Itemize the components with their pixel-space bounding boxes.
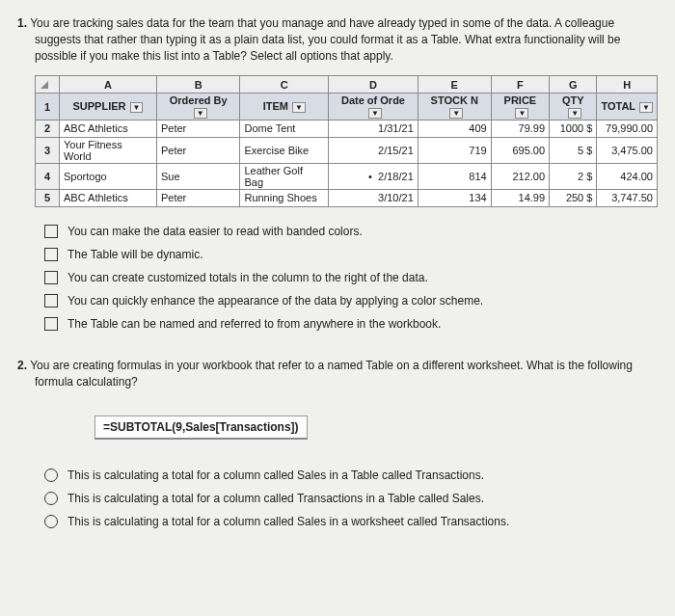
header-supplier[interactable]: SUPPLIER▼ [60, 94, 157, 121]
table-row: 3 Your Fitness World Peter Exercise Bike… [36, 137, 658, 163]
filter-icon[interactable]: ▼ [292, 102, 306, 113]
cell-by[interactable]: Peter [156, 137, 239, 163]
header-item[interactable]: ITEM▼ [240, 94, 329, 121]
filter-icon[interactable]: ▼ [568, 108, 581, 119]
table-row: 4 Sportogo Sue Leather Golf Bag • 2/18/2… [36, 163, 658, 189]
table-row: 2 ABC Athletics Peter Dome Tent 1/31/21 … [36, 120, 658, 137]
cell-supplier[interactable]: ABC Athletics [60, 189, 157, 206]
cell-qty[interactable]: 5 $ [550, 137, 597, 163]
question-1-body: You are tracking sales data for the team… [30, 16, 620, 63]
header-date[interactable]: Date of Orde▼ [329, 94, 418, 121]
checkbox-icon[interactable] [44, 294, 58, 308]
filter-icon[interactable]: ▼ [368, 108, 382, 119]
cell-price[interactable]: 212.00 [491, 163, 549, 189]
header-stock[interactable]: STOCK N▼ [418, 94, 491, 121]
col-H[interactable]: H [597, 76, 658, 94]
col-B[interactable]: B [156, 76, 239, 94]
option-label: The Table can be named and referred to f… [68, 317, 441, 331]
cell-date[interactable]: 3/10/21 [329, 189, 418, 206]
cell-total[interactable]: 424.00 [597, 163, 658, 189]
cell-supplier[interactable]: ABC Athletics [60, 120, 157, 137]
cell-qty[interactable]: 1000 $ [550, 120, 597, 137]
column-letter-row: A B C D E F G H [36, 76, 658, 94]
cell-supplier[interactable]: Sportogo [60, 163, 157, 189]
question-1: 1. You are tracking sales data for the t… [17, 15, 658, 331]
row-head[interactable]: 2 [36, 120, 60, 137]
question-2-text: 2. You are creating formulas in your wor… [17, 358, 658, 390]
option-label: You can make the data easier to read wit… [68, 225, 363, 238]
cell-date[interactable]: • 2/18/21 [329, 163, 418, 189]
col-E[interactable]: E [418, 76, 491, 94]
filter-icon[interactable]: ▼ [194, 108, 207, 119]
cell-price[interactable]: 695.00 [491, 137, 549, 163]
cell-item[interactable]: Exercise Bike [240, 137, 329, 163]
col-F[interactable]: F [491, 76, 549, 94]
question-1-text: 1. You are tracking sales data for the t… [17, 15, 658, 64]
cell-price[interactable]: 79.99 [491, 120, 549, 137]
filter-icon[interactable]: ▼ [515, 108, 528, 119]
option-label: This is calculating a total for a column… [68, 515, 509, 528]
cell-stock[interactable]: 134 [418, 189, 491, 206]
cell-stock[interactable]: 409 [418, 120, 491, 137]
checkbox-icon[interactable] [44, 225, 58, 238]
spreadsheet-table: A B C D E F G H 1 SUPPLIER▼ Ordered By▼ … [35, 75, 658, 207]
cell-stock[interactable]: 814 [418, 163, 491, 189]
cell-total[interactable]: 79,990.00 [597, 120, 658, 137]
option-label: This is calculating a total for a column… [68, 492, 484, 505]
row-head[interactable]: 4 [36, 163, 60, 189]
row-head[interactable]: 5 [36, 189, 60, 206]
col-D[interactable]: D [329, 76, 418, 94]
header-price[interactable]: PRICE▼ [491, 94, 549, 121]
checkbox-icon[interactable] [44, 248, 58, 261]
radio-icon[interactable] [44, 515, 58, 528]
row-head-1[interactable]: 1 [36, 94, 60, 121]
filter-icon[interactable]: ▼ [130, 102, 144, 113]
filter-icon[interactable]: ▼ [639, 102, 653, 113]
q1-option-1[interactable]: You can make the data easier to read wit… [44, 225, 658, 238]
q1-options: You can make the data easier to read wit… [44, 225, 658, 331]
row-head[interactable]: 3 [36, 137, 60, 163]
cell-total[interactable]: 3,747.50 [597, 189, 658, 206]
header-qty[interactable]: QTY▼ [550, 94, 597, 121]
cell-price[interactable]: 14.99 [491, 189, 549, 206]
option-label: The Table will be dynamic. [68, 248, 203, 261]
cell-by[interactable]: Sue [156, 163, 239, 189]
checkbox-icon[interactable] [44, 271, 58, 284]
q2-option-2[interactable]: This is calculating a total for a column… [44, 492, 658, 505]
q1-option-2[interactable]: The Table will be dynamic. [44, 248, 658, 261]
cell-supplier[interactable]: Your Fitness World [60, 137, 157, 163]
cell-qty[interactable]: 2 $ [550, 163, 597, 189]
checkbox-icon[interactable] [44, 317, 58, 331]
select-all-corner[interactable] [36, 76, 60, 94]
cell-stock[interactable]: 719 [418, 137, 491, 163]
q1-option-3[interactable]: You can create customized totals in the … [44, 271, 658, 284]
header-orderedby[interactable]: Ordered By▼ [156, 94, 239, 121]
cell-item[interactable]: Dome Tent [240, 120, 329, 137]
col-C[interactable]: C [240, 76, 329, 94]
cell-item[interactable]: Running Shoes [240, 189, 329, 206]
cell-date[interactable]: 1/31/21 [329, 120, 418, 137]
table-header-row: 1 SUPPLIER▼ Ordered By▼ ITEM▼ Date of Or… [36, 94, 658, 121]
cell-qty[interactable]: 250 $ [550, 189, 597, 206]
col-A[interactable]: A [60, 76, 157, 94]
cell-by[interactable]: Peter [156, 189, 239, 206]
radio-icon[interactable] [44, 492, 58, 505]
cell-total[interactable]: 3,475.00 [597, 137, 658, 163]
q1-option-4[interactable]: You can quickly enhance the appearance o… [44, 294, 658, 308]
cell-item[interactable]: Leather Golf Bag [240, 163, 329, 189]
header-total[interactable]: TOTAL▼ [597, 94, 658, 121]
q2-option-1[interactable]: This is calculating a total for a column… [44, 469, 658, 482]
col-G[interactable]: G [550, 76, 597, 94]
q2-option-3[interactable]: This is calculating a total for a column… [44, 515, 658, 528]
option-label: You can quickly enhance the appearance o… [68, 294, 483, 308]
cell-date[interactable]: 2/15/21 [329, 137, 418, 163]
radio-icon[interactable] [44, 469, 58, 482]
formula-display: =SUBTOTAL(9,Sales[Transactions]) [94, 415, 308, 440]
filter-icon[interactable]: ▼ [449, 108, 463, 119]
cell-by[interactable]: Peter [156, 120, 239, 137]
option-label: This is calculating a total for a column… [68, 469, 484, 482]
svg-marker-0 [40, 81, 48, 89]
q2-options: This is calculating a total for a column… [44, 469, 658, 528]
q1-option-5[interactable]: The Table can be named and referred to f… [44, 317, 658, 331]
question-2-body: You are creating formulas in your workbo… [30, 359, 633, 388]
